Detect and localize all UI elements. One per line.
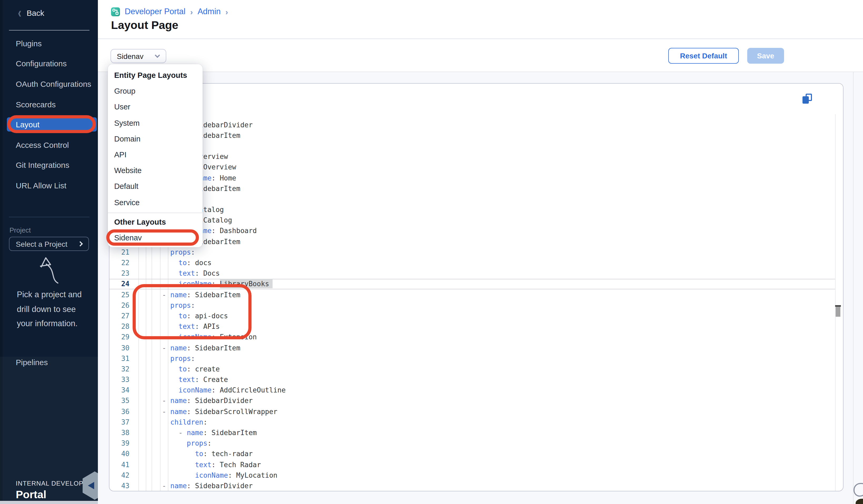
breadcrumb-section[interactable]: Admin [198, 7, 221, 16]
line-number: 24 [110, 280, 129, 288]
code-line-42[interactable]: 42 iconName: MyLocation [110, 470, 835, 480]
chevron-down-icon [155, 53, 160, 58]
sidebar-item-plugins[interactable]: Plugins [0, 33, 98, 53]
code-line-41[interactable]: 41 text: Tech Radar [110, 459, 835, 470]
brand-block: INTERNAL DEVELOPER Portal [16, 480, 93, 501]
code-line-text: to: tech-radar [137, 450, 253, 458]
code-line-31[interactable]: 31 props: [110, 353, 835, 364]
code-line-37[interactable]: 37 children: [110, 417, 835, 427]
layout-dropdown-menu: Entity Page LayoutsGroupUserSystemDomain… [108, 64, 203, 247]
menu-item-group[interactable]: Group [108, 83, 203, 99]
line-number: 32 [110, 365, 129, 373]
code-line-15[interactable]: 15 - name: SidebarItem [110, 183, 835, 193]
line-number: 39 [110, 439, 129, 447]
menu-item-service[interactable]: Service [108, 194, 203, 210]
page-title: Layout Page [111, 19, 178, 32]
code-line-23[interactable]: 23 text: Docs [110, 268, 835, 279]
menu-item-default[interactable]: Default [108, 179, 203, 194]
menu-item-sidenav[interactable]: Sidenav [108, 230, 203, 246]
sidebar-section-divider [9, 217, 89, 217]
copy-icon[interactable] [802, 94, 812, 104]
code-line-text: text: Docs [137, 269, 220, 277]
sidebar-item-access-control[interactable]: Access Control [0, 135, 98, 155]
code-line-text: props: [137, 354, 195, 362]
code-line-39[interactable]: 39 props: [110, 438, 835, 449]
line-number: 26 [110, 301, 129, 309]
menu-item-user[interactable]: User [108, 99, 203, 115]
code-line-25[interactable]: 25 - name: SidebarItem [110, 289, 835, 300]
right-margin-line [853, 72, 853, 504]
line-number: 22 [110, 259, 129, 267]
sidebar-item-layout[interactable]: Layout [0, 114, 98, 135]
menu-item-api[interactable]: API [108, 147, 203, 163]
menu-header-other-layouts: Other Layouts [108, 214, 203, 230]
menu-item-system[interactable]: System [108, 115, 203, 131]
layout-select[interactable]: Sidenav [111, 49, 166, 63]
sidebar-item-git-integrations[interactable]: Git Integrations [0, 155, 98, 175]
code-line-text: to: docs [137, 259, 212, 267]
sidebar-item-oauth-configurations[interactable]: OAuth Configurations [0, 74, 98, 94]
code-line-text: - name: SidebarScrollWrapper [137, 407, 277, 415]
line-number: 31 [110, 354, 129, 362]
code-line-9[interactable]: 9 - name: SidebarDivider [110, 119, 835, 130]
code-line-40[interactable]: 40 to: tech-radar [110, 449, 835, 459]
code-line-34[interactable]: 34 iconName: AddCircleOutline [110, 385, 835, 395]
code-line-27[interactable]: 27 to: api-docs [110, 311, 835, 321]
code-line-36[interactable]: 36 - name: SidebarScrollWrapper [110, 406, 835, 417]
sidebar-item-scorecards[interactable]: Scorecards [0, 94, 98, 114]
sidebar-item-pipelines[interactable]: Pipelines [16, 358, 48, 367]
breadcrumb-app[interactable]: Developer Portal [125, 7, 186, 16]
code-line-18[interactable]: 18 text: Catalog [110, 215, 835, 225]
select-project-button[interactable]: Select a Project [9, 237, 89, 251]
breadcrumb-separator-icon: › [190, 7, 193, 16]
select-project-label: Select a Project [16, 240, 67, 248]
code-line-28[interactable]: 28 text: APIs [110, 321, 835, 332]
menu-item-website[interactable]: Website [108, 163, 203, 178]
app-root: ‹ Back PluginsConfigurationsOAuth Config… [0, 0, 863, 504]
code-line-33[interactable]: 33 text: Create [110, 374, 835, 385]
code-line-20[interactable]: 20 - name: SidebarItem [110, 236, 835, 247]
code-line-29[interactable]: 29 iconName: Extension [110, 332, 835, 342]
code-line-text: text: Tech Radar [137, 461, 261, 468]
code-line-22[interactable]: 22 to: docs [110, 257, 835, 268]
sidebar-item-url-allow-list[interactable]: URL Allow List [0, 175, 98, 196]
line-number: 35 [110, 397, 129, 405]
save-button[interactable]: Save [747, 48, 784, 64]
code-line-10[interactable]: 10 - name: SidebarItem [110, 130, 835, 140]
sidebar-item-label: URL Allow List [16, 181, 66, 190]
reset-default-button[interactable]: Reset Default [668, 48, 739, 64]
code-line-16[interactable]: 16 props: [110, 194, 835, 204]
code-line-text: - name: SidebarDivider [137, 397, 253, 405]
code-line-24[interactable]: 24 iconName: LibraryBooks [110, 279, 835, 289]
code-line-13[interactable]: 13 text: Overview [110, 162, 835, 172]
code-line-text: to: api-docs [137, 312, 228, 320]
line-number: 43 [110, 482, 129, 490]
code-line-26[interactable]: 26 props: [110, 300, 835, 311]
brand-line1: INTERNAL DEVELOPER [16, 480, 93, 487]
code-line-44[interactable]: 44 [110, 491, 835, 491]
line-number: 41 [110, 461, 129, 468]
code-line-32[interactable]: 32 to: create [110, 364, 835, 374]
admin-sidebar: ‹ Back PluginsConfigurationsOAuth Config… [0, 0, 98, 504]
code-line-12[interactable]: 12 to: overview [110, 151, 835, 162]
code-line-21[interactable]: 21 props: [110, 247, 835, 257]
code-line-35[interactable]: 35 - name: SidebarDivider [110, 395, 835, 406]
code-line-43[interactable]: 43 - name: SidebarDivider [110, 481, 835, 491]
code-line-19[interactable]: 19 iconName: Dashboard [110, 226, 835, 236]
back-button[interactable]: ‹ Back [18, 9, 44, 17]
code-line-30[interactable]: 30 - name: SidebarItem [110, 342, 835, 353]
code-area[interactable]: 89 - name: SidebarDivider10 - name: Side… [110, 109, 835, 491]
chevron-left-icon: ‹ [18, 8, 21, 18]
code-line-17[interactable]: 17 to: catalog [110, 204, 835, 215]
code-line-14[interactable]: 14 iconName: Home [110, 173, 835, 183]
editor-scrollbar-thumb[interactable] [836, 307, 840, 317]
code-line-text: - name: SidebarItem [137, 429, 257, 437]
corner-blob [855, 499, 863, 504]
sidebar-item-configurations[interactable]: Configurations [0, 53, 98, 74]
menu-item-domain[interactable]: Domain [108, 131, 203, 147]
code-line-text: text: Create [137, 376, 228, 383]
code-line-38[interactable]: 38 - name: SidebarItem [110, 427, 835, 438]
code-line-11[interactable]: 11 props: [110, 141, 835, 151]
editor-header [110, 84, 843, 114]
line-number: 42 [110, 471, 129, 479]
